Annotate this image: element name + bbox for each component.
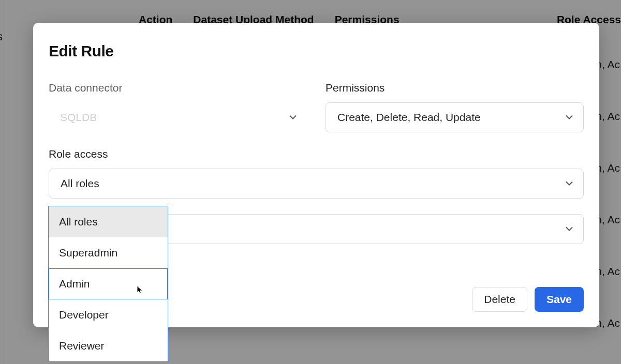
data-connector-select[interactable]: SQLDB	[49, 102, 307, 132]
permissions-value: Create, Delete, Read, Update	[337, 111, 481, 124]
role-option[interactable]: Admin	[49, 268, 168, 299]
caret-down-icon	[566, 227, 573, 232]
field-data-connector: Data connector SQLDB	[49, 82, 307, 132]
caret-down-icon	[566, 181, 573, 186]
role-access-value: All roles	[61, 177, 99, 190]
data-connector-value: SQLDB	[60, 111, 97, 124]
modal-title: Edit Rule	[49, 42, 584, 60]
permissions-label: Permissions	[326, 82, 584, 94]
save-button[interactable]: Save	[535, 287, 584, 312]
caret-down-icon	[566, 115, 573, 120]
role-option[interactable]: Superadmin	[49, 237, 168, 268]
role-access-dropdown[interactable]: All rolesSuperadminAdminDeveloperReviewe…	[48, 206, 168, 362]
delete-button[interactable]: Delete	[472, 287, 527, 312]
role-access-label: Role access	[49, 148, 584, 160]
field-permissions: Permissions Create, Delete, Read, Update	[326, 82, 584, 132]
modal-footer: Delete Save	[472, 287, 584, 312]
data-connector-label: Data connector	[49, 82, 307, 94]
permissions-select[interactable]: Create, Delete, Read, Update	[326, 102, 584, 132]
role-access-select[interactable]: All roles	[49, 169, 584, 199]
role-option[interactable]: All roles	[49, 206, 168, 237]
caret-down-icon	[289, 115, 297, 120]
role-option[interactable]: Reviewer	[49, 330, 168, 361]
field-role-access: Role access All roles	[49, 148, 584, 199]
role-option[interactable]: Developer	[49, 299, 168, 330]
